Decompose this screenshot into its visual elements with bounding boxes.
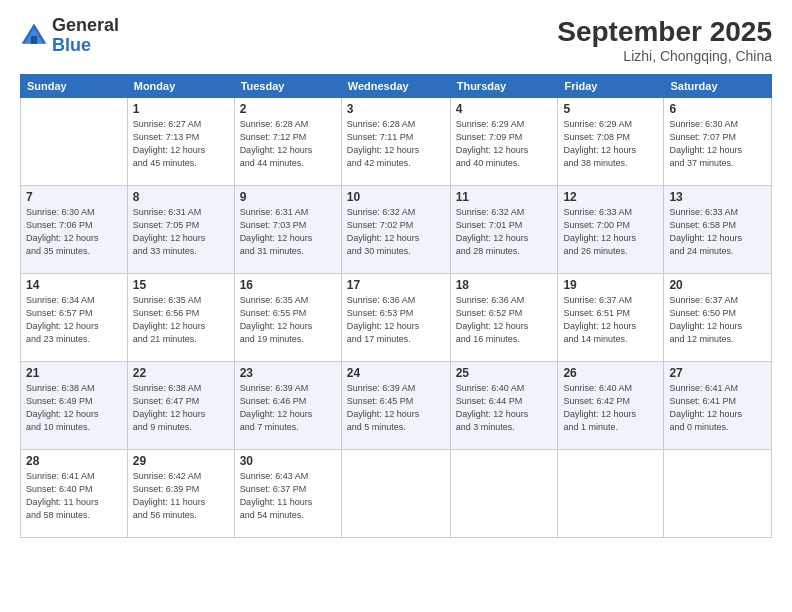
day-info: Sunrise: 6:29 AMSunset: 7:09 PMDaylight:… xyxy=(456,118,553,170)
day-info: Sunrise: 6:37 AMSunset: 6:51 PMDaylight:… xyxy=(563,294,658,346)
header-row: Sunday Monday Tuesday Wednesday Thursday… xyxy=(21,75,772,98)
day-number: 21 xyxy=(26,366,122,380)
day-number: 9 xyxy=(240,190,336,204)
day-cell xyxy=(558,450,664,538)
day-number: 26 xyxy=(563,366,658,380)
day-cell: 26Sunrise: 6:40 AMSunset: 6:42 PMDayligh… xyxy=(558,362,664,450)
day-number: 30 xyxy=(240,454,336,468)
day-number: 15 xyxy=(133,278,229,292)
day-info: Sunrise: 6:34 AMSunset: 6:57 PMDaylight:… xyxy=(26,294,122,346)
logo-text: General Blue xyxy=(52,16,119,56)
day-cell xyxy=(450,450,558,538)
logo-general: General xyxy=(52,15,119,35)
month-title: September 2025 xyxy=(557,16,772,48)
day-cell: 5Sunrise: 6:29 AMSunset: 7:08 PMDaylight… xyxy=(558,98,664,186)
day-info: Sunrise: 6:28 AMSunset: 7:12 PMDaylight:… xyxy=(240,118,336,170)
day-cell: 3Sunrise: 6:28 AMSunset: 7:11 PMDaylight… xyxy=(341,98,450,186)
day-cell: 22Sunrise: 6:38 AMSunset: 6:47 PMDayligh… xyxy=(127,362,234,450)
day-cell: 13Sunrise: 6:33 AMSunset: 6:58 PMDayligh… xyxy=(664,186,772,274)
day-number: 8 xyxy=(133,190,229,204)
day-cell xyxy=(664,450,772,538)
calendar: Sunday Monday Tuesday Wednesday Thursday… xyxy=(20,74,772,538)
day-cell: 11Sunrise: 6:32 AMSunset: 7:01 PMDayligh… xyxy=(450,186,558,274)
col-wednesday: Wednesday xyxy=(341,75,450,98)
day-cell: 23Sunrise: 6:39 AMSunset: 6:46 PMDayligh… xyxy=(234,362,341,450)
day-cell: 9Sunrise: 6:31 AMSunset: 7:03 PMDaylight… xyxy=(234,186,341,274)
day-number: 16 xyxy=(240,278,336,292)
day-cell: 16Sunrise: 6:35 AMSunset: 6:55 PMDayligh… xyxy=(234,274,341,362)
day-number: 24 xyxy=(347,366,445,380)
day-number: 20 xyxy=(669,278,766,292)
day-info: Sunrise: 6:33 AMSunset: 6:58 PMDaylight:… xyxy=(669,206,766,258)
day-cell: 19Sunrise: 6:37 AMSunset: 6:51 PMDayligh… xyxy=(558,274,664,362)
day-number: 23 xyxy=(240,366,336,380)
week-row-2: 7Sunrise: 6:30 AMSunset: 7:06 PMDaylight… xyxy=(21,186,772,274)
day-cell: 27Sunrise: 6:41 AMSunset: 6:41 PMDayligh… xyxy=(664,362,772,450)
day-cell: 24Sunrise: 6:39 AMSunset: 6:45 PMDayligh… xyxy=(341,362,450,450)
day-number: 28 xyxy=(26,454,122,468)
day-info: Sunrise: 6:38 AMSunset: 6:47 PMDaylight:… xyxy=(133,382,229,434)
day-info: Sunrise: 6:32 AMSunset: 7:02 PMDaylight:… xyxy=(347,206,445,258)
day-info: Sunrise: 6:37 AMSunset: 6:50 PMDaylight:… xyxy=(669,294,766,346)
day-number: 12 xyxy=(563,190,658,204)
week-row-5: 28Sunrise: 6:41 AMSunset: 6:40 PMDayligh… xyxy=(21,450,772,538)
day-number: 6 xyxy=(669,102,766,116)
day-info: Sunrise: 6:40 AMSunset: 6:42 PMDaylight:… xyxy=(563,382,658,434)
day-number: 13 xyxy=(669,190,766,204)
day-cell: 25Sunrise: 6:40 AMSunset: 6:44 PMDayligh… xyxy=(450,362,558,450)
day-info: Sunrise: 6:29 AMSunset: 7:08 PMDaylight:… xyxy=(563,118,658,170)
day-number: 27 xyxy=(669,366,766,380)
day-info: Sunrise: 6:30 AMSunset: 7:07 PMDaylight:… xyxy=(669,118,766,170)
day-info: Sunrise: 6:30 AMSunset: 7:06 PMDaylight:… xyxy=(26,206,122,258)
day-cell: 8Sunrise: 6:31 AMSunset: 7:05 PMDaylight… xyxy=(127,186,234,274)
day-info: Sunrise: 6:31 AMSunset: 7:05 PMDaylight:… xyxy=(133,206,229,258)
day-info: Sunrise: 6:35 AMSunset: 6:55 PMDaylight:… xyxy=(240,294,336,346)
day-info: Sunrise: 6:36 AMSunset: 6:52 PMDaylight:… xyxy=(456,294,553,346)
day-cell: 29Sunrise: 6:42 AMSunset: 6:39 PMDayligh… xyxy=(127,450,234,538)
day-info: Sunrise: 6:38 AMSunset: 6:49 PMDaylight:… xyxy=(26,382,122,434)
day-info: Sunrise: 6:42 AMSunset: 6:39 PMDaylight:… xyxy=(133,470,229,522)
day-number: 5 xyxy=(563,102,658,116)
day-number: 17 xyxy=(347,278,445,292)
day-number: 25 xyxy=(456,366,553,380)
page: General Blue September 2025 Lizhi, Chong… xyxy=(0,0,792,612)
logo: General Blue xyxy=(20,16,119,56)
day-cell: 28Sunrise: 6:41 AMSunset: 6:40 PMDayligh… xyxy=(21,450,128,538)
day-info: Sunrise: 6:28 AMSunset: 7:11 PMDaylight:… xyxy=(347,118,445,170)
day-number: 2 xyxy=(240,102,336,116)
day-cell: 14Sunrise: 6:34 AMSunset: 6:57 PMDayligh… xyxy=(21,274,128,362)
col-monday: Monday xyxy=(127,75,234,98)
day-cell: 20Sunrise: 6:37 AMSunset: 6:50 PMDayligh… xyxy=(664,274,772,362)
day-info: Sunrise: 6:27 AMSunset: 7:13 PMDaylight:… xyxy=(133,118,229,170)
day-number: 4 xyxy=(456,102,553,116)
day-cell: 15Sunrise: 6:35 AMSunset: 6:56 PMDayligh… xyxy=(127,274,234,362)
logo-blue: Blue xyxy=(52,35,91,55)
day-number: 22 xyxy=(133,366,229,380)
day-info: Sunrise: 6:39 AMSunset: 6:45 PMDaylight:… xyxy=(347,382,445,434)
day-cell: 18Sunrise: 6:36 AMSunset: 6:52 PMDayligh… xyxy=(450,274,558,362)
day-number: 14 xyxy=(26,278,122,292)
svg-rect-2 xyxy=(31,36,37,44)
week-row-1: 1Sunrise: 6:27 AMSunset: 7:13 PMDaylight… xyxy=(21,98,772,186)
day-number: 7 xyxy=(26,190,122,204)
day-cell xyxy=(21,98,128,186)
day-cell: 12Sunrise: 6:33 AMSunset: 7:00 PMDayligh… xyxy=(558,186,664,274)
day-cell: 4Sunrise: 6:29 AMSunset: 7:09 PMDaylight… xyxy=(450,98,558,186)
week-row-3: 14Sunrise: 6:34 AMSunset: 6:57 PMDayligh… xyxy=(21,274,772,362)
day-cell: 7Sunrise: 6:30 AMSunset: 7:06 PMDaylight… xyxy=(21,186,128,274)
col-sunday: Sunday xyxy=(21,75,128,98)
day-info: Sunrise: 6:43 AMSunset: 6:37 PMDaylight:… xyxy=(240,470,336,522)
header: General Blue September 2025 Lizhi, Chong… xyxy=(20,16,772,64)
day-cell: 6Sunrise: 6:30 AMSunset: 7:07 PMDaylight… xyxy=(664,98,772,186)
day-info: Sunrise: 6:41 AMSunset: 6:41 PMDaylight:… xyxy=(669,382,766,434)
day-info: Sunrise: 6:32 AMSunset: 7:01 PMDaylight:… xyxy=(456,206,553,258)
day-number: 1 xyxy=(133,102,229,116)
location: Lizhi, Chongqing, China xyxy=(557,48,772,64)
title-block: September 2025 Lizhi, Chongqing, China xyxy=(557,16,772,64)
day-number: 18 xyxy=(456,278,553,292)
day-cell: 30Sunrise: 6:43 AMSunset: 6:37 PMDayligh… xyxy=(234,450,341,538)
day-info: Sunrise: 6:35 AMSunset: 6:56 PMDaylight:… xyxy=(133,294,229,346)
day-info: Sunrise: 6:36 AMSunset: 6:53 PMDaylight:… xyxy=(347,294,445,346)
day-cell: 10Sunrise: 6:32 AMSunset: 7:02 PMDayligh… xyxy=(341,186,450,274)
day-number: 29 xyxy=(133,454,229,468)
